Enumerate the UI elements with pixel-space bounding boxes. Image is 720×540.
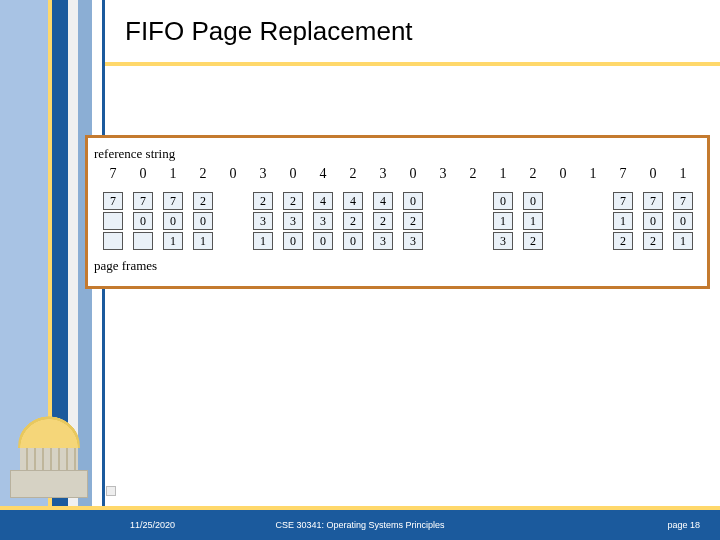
- frame-cell: 2: [613, 232, 633, 250]
- frame-cell: 2: [523, 232, 543, 250]
- frame-cell: 0: [343, 232, 363, 250]
- frame-cell: [433, 232, 453, 250]
- frame-cell: [133, 232, 153, 250]
- reference-value: 3: [248, 166, 278, 182]
- diagram-panel: reference string 70120304230321201701 77…: [85, 135, 710, 289]
- decorative-square: [106, 486, 116, 496]
- frame-cell: [433, 212, 453, 230]
- frame-cell: 3: [313, 212, 333, 230]
- frame-cell: 1: [193, 232, 213, 250]
- dome-logo: [6, 408, 92, 498]
- reference-value: 3: [368, 166, 398, 182]
- frame-column: 701: [668, 192, 698, 252]
- frame-cell: 7: [613, 192, 633, 210]
- reference-value: 2: [338, 166, 368, 182]
- page-title: FIFO Page Replacement: [125, 16, 413, 47]
- frame-cell: 3: [373, 232, 393, 250]
- reference-value: 1: [668, 166, 698, 182]
- reference-string-label: reference string: [94, 146, 699, 162]
- page-frames-row: 7707012012312304304204230230130127127027…: [98, 192, 699, 252]
- frame-column: 70: [128, 192, 158, 252]
- frame-cell: 7: [103, 192, 123, 210]
- reference-value: 7: [98, 166, 128, 182]
- frame-column: 231: [248, 192, 278, 252]
- frame-column: 023: [398, 192, 428, 252]
- frame-column: [428, 192, 458, 252]
- reference-value: 0: [638, 166, 668, 182]
- frame-cell: 1: [673, 232, 693, 250]
- frame-cell: [433, 192, 453, 210]
- frame-column: 701: [158, 192, 188, 252]
- reference-value: 0: [218, 166, 248, 182]
- frame-column: 013: [488, 192, 518, 252]
- frame-cell: 3: [493, 232, 513, 250]
- frame-cell: [553, 212, 573, 230]
- frame-cell: [553, 232, 573, 250]
- frame-cell: 3: [253, 212, 273, 230]
- reference-value: 0: [128, 166, 158, 182]
- frame-cell: 0: [673, 212, 693, 230]
- title-bar: FIFO Page Replacement: [105, 0, 720, 66]
- frame-cell: 4: [343, 192, 363, 210]
- frame-cell: 2: [253, 192, 273, 210]
- reference-value: 2: [188, 166, 218, 182]
- frame-column: 012: [518, 192, 548, 252]
- reference-value: 0: [398, 166, 428, 182]
- page-frames-label: page frames: [94, 258, 699, 274]
- reference-value: 1: [578, 166, 608, 182]
- frame-cell: 0: [643, 212, 663, 230]
- reference-value: 3: [428, 166, 458, 182]
- reference-value: 0: [278, 166, 308, 182]
- frame-cell: [583, 192, 603, 210]
- frame-cell: 3: [283, 212, 303, 230]
- frame-cell: 3: [403, 232, 423, 250]
- reference-value: 2: [458, 166, 488, 182]
- frame-cell: [463, 192, 483, 210]
- frame-cell: 0: [193, 212, 213, 230]
- frame-cell: [583, 212, 603, 230]
- frame-cell: [223, 192, 243, 210]
- reference-value: 0: [548, 166, 578, 182]
- frame-cell: 0: [283, 232, 303, 250]
- frame-column: [578, 192, 608, 252]
- frame-cell: [103, 212, 123, 230]
- frame-cell: 7: [673, 192, 693, 210]
- frame-column: [548, 192, 578, 252]
- frame-column: 702: [638, 192, 668, 252]
- reference-value: 2: [518, 166, 548, 182]
- frame-cell: 2: [403, 212, 423, 230]
- frame-cell: 7: [643, 192, 663, 210]
- frame-cell: [103, 232, 123, 250]
- frame-cell: 1: [493, 212, 513, 230]
- frame-cell: 1: [253, 232, 273, 250]
- footer-page: page 18: [667, 520, 700, 530]
- reference-string-row: 70120304230321201701: [98, 166, 699, 182]
- frame-cell: 0: [403, 192, 423, 210]
- frame-cell: [223, 212, 243, 230]
- reference-value: 7: [608, 166, 638, 182]
- frame-cell: [463, 212, 483, 230]
- frame-cell: 0: [313, 232, 333, 250]
- frame-cell: 0: [133, 212, 153, 230]
- frame-cell: 2: [193, 192, 213, 210]
- frame-column: 420: [338, 192, 368, 252]
- frame-cell: 0: [493, 192, 513, 210]
- footer-bar: 11/25/2020 CSE 30341: Operating Systems …: [0, 510, 720, 540]
- frame-cell: [223, 232, 243, 250]
- frame-column: 423: [368, 192, 398, 252]
- footer-date: 11/25/2020: [130, 520, 175, 530]
- title-underline: [105, 62, 720, 66]
- frame-cell: 1: [163, 232, 183, 250]
- frame-cell: [553, 192, 573, 210]
- frame-cell: [583, 232, 603, 250]
- frame-column: 7: [98, 192, 128, 252]
- frame-column: 712: [608, 192, 638, 252]
- frame-cell: 4: [373, 192, 393, 210]
- frame-cell: 7: [133, 192, 153, 210]
- frame-cell: 2: [643, 232, 663, 250]
- frame-cell: 1: [613, 212, 633, 230]
- reference-value: 4: [308, 166, 338, 182]
- frame-cell: 0: [523, 192, 543, 210]
- frame-column: [458, 192, 488, 252]
- frame-column: 230: [278, 192, 308, 252]
